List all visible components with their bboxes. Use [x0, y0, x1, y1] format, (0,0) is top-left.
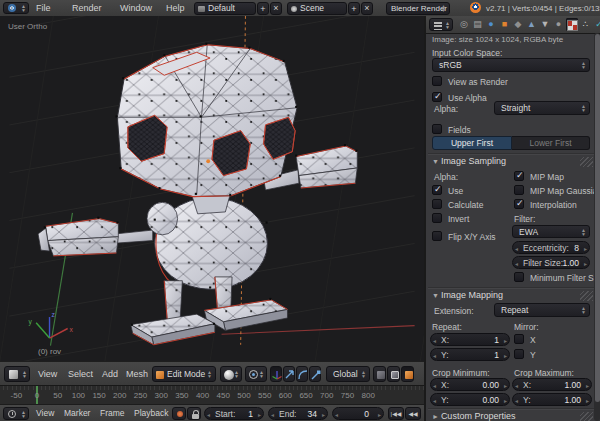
add-scene-button[interactable]: +	[348, 2, 360, 15]
upper-first-toggle[interactable]: Upper First	[432, 136, 512, 150]
screen-layout-selector[interactable]: Default	[194, 2, 256, 15]
filter-size-slider[interactable]: Filter Size: 1.00	[512, 256, 590, 269]
vp-menu-view[interactable]: View	[38, 366, 57, 382]
manipulator-scale-button[interactable]	[296, 366, 308, 382]
add-layout-button[interactable]: +	[257, 2, 269, 15]
dropdown-arrows-icon: ▲▼	[207, 370, 212, 378]
calculate-checkbox[interactable]	[432, 199, 442, 209]
crop-min-x-slider[interactable]: X: 0.00	[430, 378, 510, 391]
timeline-ruler[interactable]: -500501001502002503003504004505005506006…	[0, 385, 424, 405]
lock-button[interactable]	[187, 407, 201, 420]
invert-checkbox[interactable]	[432, 213, 442, 223]
start-frame-field[interactable]: Start: 1	[204, 407, 264, 420]
jump-to-start-button[interactable]: |◀◀	[388, 407, 404, 420]
extension-dropdown[interactable]: Repeat ▲▼	[494, 303, 590, 317]
current-frame-field[interactable]: 0	[332, 407, 384, 420]
edge-select-button[interactable]	[387, 366, 400, 382]
min-filter-checkbox[interactable]	[514, 272, 524, 282]
crop-max-x-slider[interactable]: X: 1.00	[512, 378, 592, 391]
panel-grip-icon[interactable]	[580, 291, 593, 301]
world-tab-icon[interactable]: ●	[485, 18, 497, 31]
scene-selector[interactable]: Scene	[287, 2, 347, 15]
object-data-tab-icon[interactable]: ▼	[539, 18, 551, 31]
filter-dropdown[interactable]: EWA ▲▼	[512, 225, 590, 238]
manipulator-translate-button[interactable]	[270, 366, 282, 382]
menu-render[interactable]: Render	[72, 0, 102, 16]
eccentricity-slider[interactable]: Eccentricity: 8	[512, 241, 590, 254]
viewport-shading-selector[interactable]: ▲▼	[220, 366, 242, 382]
render-tab-icon[interactable]: ◎	[458, 18, 470, 31]
panel-scrollbar-track[interactable]	[594, 33, 600, 421]
panel-scrollbar-thumb[interactable]	[595, 34, 600, 402]
record-button[interactable]	[172, 407, 186, 420]
mode-selector[interactable]: Edit Mode ▲▼	[152, 366, 216, 382]
active-object-label: (0) rov	[38, 347, 61, 356]
menu-help[interactable]: Help	[166, 0, 185, 16]
filter-label: Filter:	[514, 214, 535, 224]
material-tab-icon[interactable]: ●	[553, 18, 565, 31]
mirror-x-checkbox[interactable]	[514, 334, 524, 344]
menu-window[interactable]: Window	[120, 0, 152, 16]
alpha-mode-dropdown[interactable]: Straight ▲▼	[494, 101, 590, 115]
use-alpha-checkbox[interactable]	[432, 92, 442, 102]
editor-type-button-timeline[interactable]: ▲▼	[3, 407, 29, 420]
lower-first-toggle[interactable]: Lower First	[512, 136, 590, 150]
constraints-tab-icon[interactable]: ◆	[512, 18, 524, 31]
image-mapping-header[interactable]: ▼ Image Mapping	[432, 290, 503, 300]
transform-orientation-selector[interactable]: Global ▲▼	[326, 366, 370, 382]
end-frame-field[interactable]: End: 34	[268, 407, 328, 420]
panel-grip-icon[interactable]	[580, 157, 593, 167]
mirror-y-checkbox[interactable]	[514, 349, 524, 359]
custom-properties-header[interactable]: ► Custom Properties	[432, 411, 515, 421]
close-layout-button[interactable]: ×	[270, 2, 282, 15]
panel-grip-icon[interactable]	[580, 412, 593, 421]
fields-checkbox[interactable]	[432, 124, 442, 134]
crop-max-y-slider[interactable]: Y: 1.00	[512, 393, 592, 406]
vertex-select-button[interactable]	[373, 366, 386, 382]
alpha-use-checkbox[interactable]	[432, 185, 442, 195]
mip-map-checkbox[interactable]	[514, 171, 524, 181]
tl-menu-marker[interactable]: Marker	[64, 405, 90, 421]
editor-type-button-3dview[interactable]: ▲▼	[4, 366, 30, 382]
image-sampling-header[interactable]: ▼ Image Sampling	[432, 156, 506, 166]
editor-type-button-info[interactable]: i ▲▼	[3, 2, 29, 14]
close-scene-button[interactable]: ×	[361, 2, 373, 15]
editor-type-button-properties[interactable]: ▲▼	[429, 18, 453, 31]
interpolation-checkbox[interactable]	[514, 199, 524, 209]
repeat-y-slider[interactable]: Y: 1	[430, 348, 510, 361]
rewind-button[interactable]: ◀◀	[405, 407, 421, 420]
manipulator-toggle-button[interactable]	[309, 366, 321, 382]
ruler-tick-label: 250	[134, 391, 147, 400]
manipulator-rotate-button[interactable]	[283, 366, 295, 382]
edge-cube-icon	[391, 371, 399, 379]
render-layers-tab-icon[interactable]: ▤	[472, 18, 484, 31]
render-engine-selector[interactable]: Blender Render ▲▼	[386, 2, 450, 15]
crop-min-y-slider[interactable]: Y: 0.00	[430, 393, 510, 406]
mip-map-gauss-checkbox[interactable]	[514, 185, 524, 195]
extension-value: Repeat	[501, 305, 528, 315]
texture-tab-icon[interactable]	[566, 18, 578, 31]
robot-left-arm	[38, 219, 153, 256]
flip-xy-checkbox[interactable]	[432, 231, 442, 241]
tl-menu-view[interactable]: View	[36, 405, 54, 421]
manipulator-flag-icon	[311, 370, 321, 380]
viewport-3d-canvas[interactable]: z x y	[0, 16, 424, 361]
shading-sphere-icon	[224, 370, 234, 380]
face-select-button[interactable]	[401, 366, 414, 382]
menu-file[interactable]: File	[36, 0, 51, 16]
vp-menu-mesh[interactable]: Mesh	[126, 366, 148, 382]
physics-tab-icon[interactable]: ✓	[593, 18, 600, 31]
pivot-point-selector[interactable]: ▲▼	[245, 366, 267, 382]
repeat-x-slider[interactable]: X: 1	[430, 333, 510, 346]
tl-menu-playback[interactable]: Playback	[134, 405, 169, 421]
particles-tab-icon[interactable]: ∴	[580, 18, 592, 31]
vp-menu-select[interactable]: Select	[68, 366, 93, 382]
tl-menu-frame[interactable]: Frame	[100, 405, 125, 421]
texture-checker-icon	[567, 20, 578, 31]
vp-menu-add[interactable]: Add	[102, 366, 118, 382]
object-tab-icon[interactable]: ■	[499, 18, 511, 31]
ruler-tick-label: 300	[155, 391, 168, 400]
color-space-dropdown[interactable]: sRGB ▲▼	[432, 58, 590, 72]
view-as-render-checkbox[interactable]	[432, 76, 442, 86]
modifiers-tab-icon[interactable]: ▲	[526, 18, 538, 31]
